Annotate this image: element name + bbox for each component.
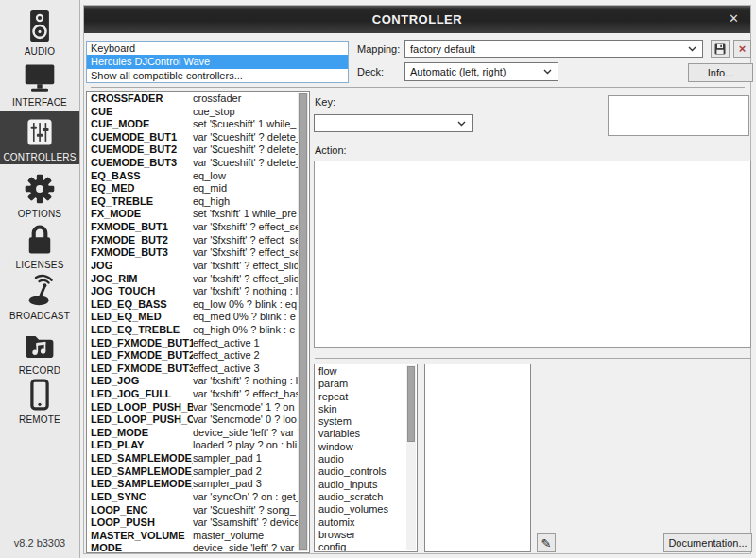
sidebar-item-audio[interactable]: AUDIO bbox=[0, 6, 79, 57]
table-row[interactable]: JOG_TOUCHvar 'fxshift' ? nothing : l bbox=[87, 285, 298, 298]
table-row[interactable]: LED_EQ_MEDeq_med 0% ? blink : e bbox=[87, 311, 298, 324]
mapping-key: LED_SAMPLEMODE_BL bbox=[87, 452, 193, 465]
separator bbox=[91, 87, 745, 88]
key-combobox[interactable] bbox=[314, 114, 472, 132]
action-textarea[interactable] bbox=[314, 161, 751, 348]
table-row[interactable]: LED_EQ_BASSeq_low 0% ? blink : eq bbox=[87, 298, 298, 312]
table-row[interactable]: MASTER_VOLUMEmaster_volume bbox=[87, 530, 298, 543]
scrollbar-thumb[interactable] bbox=[299, 93, 307, 550]
table-row[interactable]: FXMODE_BUT1var '$fxshift' ? effect_se bbox=[87, 221, 298, 234]
info-button[interactable]: Info... bbox=[688, 63, 753, 82]
table-row[interactable]: LED_MODEdevice_side 'left' ? var ' bbox=[87, 427, 298, 440]
list-item[interactable]: audio_volumes bbox=[315, 503, 406, 516]
table-row[interactable]: LOOP_PUSHvar '$samshift' ? device bbox=[87, 516, 298, 530]
table-row[interactable]: LED_FXMODE_BUT1effect_active 1 bbox=[87, 337, 298, 350]
table-row[interactable]: LED_SAMPLEMODE_BLsampler_pad 3 bbox=[87, 478, 298, 491]
sidebar-item-broadcast[interactable]: BROADCAST bbox=[0, 270, 79, 321]
table-row[interactable]: MODEdevice_side 'left' ? var ' bbox=[87, 542, 298, 553]
save-mapping-button[interactable] bbox=[711, 40, 730, 58]
table-row[interactable]: LED_JOG_FULLvar 'fxshift' ? effect_has bbox=[87, 388, 298, 401]
verb-detail-list[interactable] bbox=[424, 364, 531, 552]
mapping-action: master_volume bbox=[193, 530, 298, 543]
controller-device-item[interactable]: Keyboard bbox=[87, 42, 348, 55]
list-item[interactable]: repeat bbox=[315, 391, 406, 403]
list-item[interactable]: variables bbox=[315, 428, 406, 440]
mapping-key: LED_JOG_FULL bbox=[87, 388, 193, 401]
mapping-action: var '$fxshift' ? effect_se bbox=[193, 221, 298, 234]
list-item[interactable]: automix bbox=[315, 516, 406, 529]
key-list-scrollbar[interactable] bbox=[298, 93, 308, 551]
sidebar-item-options[interactable]: OPTIONS bbox=[0, 168, 79, 219]
delete-mapping-button[interactable]: × bbox=[733, 40, 751, 58]
sidebar-item-record[interactable]: RECORD bbox=[0, 325, 79, 376]
verbs-scrollbar[interactable] bbox=[406, 365, 416, 550]
mapping-key: JOG_RIM bbox=[87, 273, 193, 286]
table-row[interactable]: EQ_MEDeq_mid bbox=[87, 182, 298, 195]
table-row[interactable]: CUEMODE_BUT1var '$cueshift' ? delete_ bbox=[87, 131, 298, 144]
list-item[interactable]: audio_scratch bbox=[315, 491, 406, 503]
table-row[interactable]: FXMODE_BUT2var '$fxshift' ? effect_se bbox=[87, 234, 298, 247]
table-row[interactable]: JOGvar 'fxshift' ? effect_slid bbox=[87, 260, 298, 273]
table-row[interactable]: EQ_BASSeq_low bbox=[87, 170, 298, 183]
table-row[interactable]: LOOP_ENCvar '$cueshift' ? song_ bbox=[87, 504, 298, 517]
list-item[interactable]: config bbox=[315, 541, 406, 552]
mapping-key: CUEMODE_BUT1 bbox=[87, 131, 193, 144]
app-version: v8.2 b3303 bbox=[0, 537, 79, 549]
table-row[interactable]: LED_SYNCvar 'syncOn' ? on : get_ bbox=[87, 491, 298, 504]
mapping-action: effect_active 2 bbox=[193, 349, 298, 363]
list-item[interactable]: browser bbox=[315, 529, 406, 541]
table-row[interactable]: FXMODE_BUT3var '$fxshift' ? effect_se bbox=[87, 246, 298, 260]
mapping-combobox[interactable]: factory default bbox=[404, 40, 703, 58]
table-row[interactable]: LED_PLAYloaded ? play ? on : bli bbox=[87, 439, 298, 452]
edit-button[interactable]: ✎ bbox=[537, 533, 556, 552]
separator bbox=[315, 358, 751, 359]
chevron-down-icon bbox=[688, 46, 696, 52]
mapping-action: eq_med 0% ? blink : e bbox=[193, 311, 298, 324]
mapping-action: effect_active 3 bbox=[193, 363, 298, 376]
controller-device-item[interactable]: Show all compatible controllers... bbox=[87, 69, 348, 82]
list-item[interactable]: skin bbox=[315, 403, 406, 415]
table-row[interactable]: FX_MODEset 'fxshift' 1 while_pre bbox=[87, 208, 298, 221]
table-row[interactable]: LED_FXMODE_BUT2effect_active 2 bbox=[87, 349, 298, 363]
table-row[interactable]: CUEMODE_BUT2var '$cueshift' ? delete_ bbox=[87, 144, 298, 157]
list-item[interactable]: audio_inputs bbox=[315, 479, 406, 491]
table-row[interactable]: LED_EQ_TREBLEeq_high 0% ? blink : e bbox=[87, 324, 298, 337]
list-item[interactable]: audio_controls bbox=[315, 465, 406, 478]
close-icon[interactable]: ✕ bbox=[729, 11, 739, 25]
table-row[interactable]: LED_SAMPLEMODE_BLsampler_pad 2 bbox=[87, 465, 298, 479]
table-row[interactable]: EQ_TREBLEeq_high bbox=[87, 195, 298, 209]
list-item[interactable]: flow bbox=[315, 365, 406, 378]
table-row[interactable]: LED_SAMPLEMODE_BLsampler_pad 1 bbox=[87, 452, 298, 465]
mapping-key: LED_FXMODE_BUT2 bbox=[87, 349, 193, 363]
mapping-action: var '$cueshift' ? delete_ bbox=[193, 131, 298, 144]
key-mapping-list[interactable]: CROSSFADERcrossfaderCUEcue_stopCUE_MODEs… bbox=[86, 91, 310, 553]
table-row[interactable]: CUE_MODEset '$cueshift' 1 while_ bbox=[87, 118, 298, 131]
controller-device-item-selected[interactable]: Hercules DJControl Wave bbox=[87, 55, 348, 68]
list-item[interactable]: audio bbox=[315, 453, 406, 465]
key-label: Key: bbox=[315, 96, 335, 108]
list-item[interactable]: param bbox=[315, 378, 406, 390]
deck-combobox[interactable]: Automatic (left, right) bbox=[404, 62, 558, 81]
scrollbar-thumb[interactable] bbox=[407, 366, 415, 442]
sidebar-item-controllers[interactable]: CONTROLLERS bbox=[0, 111, 79, 164]
pencil-icon: ✎ bbox=[541, 537, 552, 550]
table-row[interactable]: LED_LOOP_PUSH_ORAvar '$encmode' 0 ? loo bbox=[87, 414, 298, 427]
table-row[interactable]: LED_LOOP_PUSH_BLUvar '$encmode' 1 ? on bbox=[87, 401, 298, 414]
sidebar-item-label: REMOTE bbox=[19, 414, 60, 425]
sidebar-item-interface[interactable]: INTERFACE bbox=[0, 57, 79, 108]
documentation-button[interactable]: Documentation... bbox=[663, 533, 752, 552]
verbs-list[interactable]: flowparamrepeatskinsystemvariableswindow… bbox=[314, 364, 418, 552]
table-row[interactable]: LED_FXMODE_BUT3effect_active 3 bbox=[87, 363, 298, 376]
mapping-key: CUEMODE_BUT3 bbox=[87, 157, 193, 170]
mapping-key: CUEMODE_BUT2 bbox=[87, 144, 193, 157]
list-item[interactable]: system bbox=[315, 415, 406, 428]
sidebar-item-licenses[interactable]: LICENSES bbox=[0, 219, 79, 270]
list-item[interactable]: window bbox=[315, 441, 406, 453]
table-row[interactable]: CUEcue_stop bbox=[87, 106, 298, 119]
table-row[interactable]: CUEMODE_BUT3var '$cueshift' ? delete_ bbox=[87, 157, 298, 170]
mapping-action: device_side 'left' ? var ' bbox=[193, 427, 298, 440]
table-row[interactable]: JOG_RIMvar 'fxshift' ? effect_slid bbox=[87, 273, 298, 286]
table-row[interactable]: LED_JOGvar 'fxshift' ? nothing : l bbox=[87, 375, 298, 388]
sidebar-item-remote[interactable]: REMOTE bbox=[0, 374, 79, 425]
table-row[interactable]: CROSSFADERcrossfader bbox=[87, 93, 298, 106]
